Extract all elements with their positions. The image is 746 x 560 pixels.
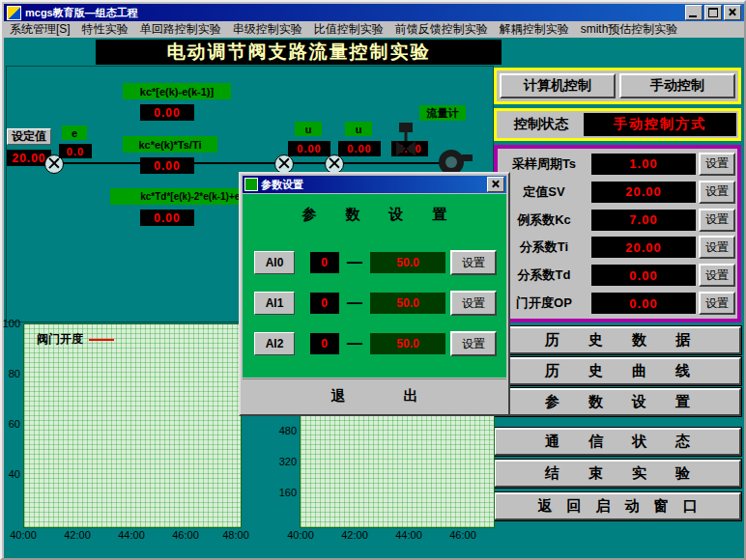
u1-value: 0.00 (288, 141, 330, 156)
y-tick: 80 (2, 368, 20, 379)
parameter-panel: 采样周期Ts 1.00 设置 定值SV 20.00 设置 例系数Kc 7.00 … (494, 145, 741, 322)
dialog-set-button[interactable]: 设置 (450, 250, 497, 275)
param-row: 分系数Ti 20.00 设置 (500, 235, 735, 260)
ai-high-value: 50.0 (370, 293, 445, 314)
title-bar[interactable]: mcgs教育版—组态工程 (4, 4, 744, 21)
menu-item-smith[interactable]: smith预估控制实验 (575, 20, 684, 39)
x-tick: 40:00 (284, 529, 317, 541)
dialog-set-button[interactable]: 设置 (450, 331, 497, 356)
ai-low-value: 0 (310, 293, 339, 314)
x-tick: 46:00 (446, 529, 479, 541)
y-tick: 480 (275, 425, 297, 436)
param-set-button[interactable]: 设置 (699, 209, 735, 232)
window-title: mcgs教育版—组态工程 (25, 6, 683, 20)
flowmeter-label: 流量计 (419, 105, 466, 121)
param-set-button[interactable]: 设置 (699, 292, 735, 315)
param-settings-button[interactable]: 参 数 设 置 (494, 388, 741, 416)
param-row: 门开度OP 0.00 设置 (500, 291, 735, 316)
d-term-value: 0.00 (140, 210, 194, 226)
menu-item-system[interactable]: 系统管理[S] (4, 20, 76, 39)
i-term-value: 0.00 (140, 157, 194, 174)
ai-low-value: 0 (310, 252, 339, 273)
ai-range-dash: — (347, 335, 362, 352)
ai-row: AI2 0 — 50.0 设置 (254, 331, 497, 356)
x-tick: 40:00 (7, 529, 40, 541)
legend-label: 阀门开度 (37, 331, 83, 348)
param-set-button[interactable]: 设置 (699, 236, 735, 259)
dialog-header: 参 数 设 置 (243, 206, 506, 224)
param-value: 7.00 (591, 210, 696, 231)
ai-row: AI0 0 — 50.0 设置 (254, 250, 497, 275)
ai-row: AI1 0 — 50.0 设置 (254, 291, 497, 316)
control-status-box: 控制状态 手动控制方式 (494, 108, 741, 141)
ai-label: AI2 (254, 332, 295, 355)
app-icon (7, 6, 21, 20)
param-value: 20.00 (591, 182, 696, 203)
end-experiment-button[interactable]: 结 束 实 验 (494, 460, 741, 488)
page-title: 电动调节阀支路流量控制实验 (96, 40, 502, 65)
ai-low-value: 0 (310, 333, 339, 354)
ai-high-value: 50.0 (370, 333, 445, 354)
pipe-line (25, 162, 448, 164)
menu-item-single-loop[interactable]: 单回路控制实验 (134, 20, 227, 39)
x-tick: 44:00 (115, 529, 148, 541)
menu-item-feedforward[interactable]: 前馈反馈控制实验 (389, 20, 494, 39)
menu-item-ratio[interactable]: 比值控制实验 (308, 20, 389, 39)
computer-control-button[interactable]: 计算机控制 (500, 73, 616, 98)
return-start-window-button[interactable]: 返 回 启 动 窗 口 (494, 492, 741, 520)
dialog-icon (244, 178, 258, 191)
chart-legend: 阀门开度 (37, 331, 114, 348)
error-block: e (62, 126, 87, 140)
x-tick: 42:00 (338, 529, 371, 541)
control-status-label: 控制状态 (499, 113, 584, 136)
dialog-set-button[interactable]: 设置 (450, 291, 497, 316)
param-set-button[interactable]: 设置 (699, 181, 735, 204)
dialog-body: 参 数 设 置 AI0 0 — 50.0 设置 AI1 0 — 50.0 设置 … (243, 194, 506, 378)
close-button[interactable] (724, 5, 741, 20)
param-label: 定值SV (500, 183, 588, 201)
x-tick: 46:00 (169, 529, 202, 541)
param-value: 0.00 (591, 293, 696, 314)
x-tick: 48:00 (219, 529, 252, 541)
x-tick: 44:00 (392, 529, 425, 541)
ai-label: AI1 (254, 292, 295, 315)
y-tick: 160 (275, 487, 297, 498)
sum-junction-3 (325, 154, 344, 174)
dialog-title: 参数设置 (258, 178, 485, 192)
valve-icon (394, 122, 417, 164)
u2-block: u (345, 122, 372, 136)
error-value: 0.0 (59, 144, 92, 158)
minimize-button[interactable] (685, 5, 703, 20)
ai-high-value: 50.0 (370, 252, 445, 273)
param-row: 例系数Kc 7.00 设置 (500, 208, 735, 233)
dialog-exit-button[interactable]: 退 出 (243, 378, 506, 412)
param-label: 分系数Td (500, 266, 588, 284)
menu-item-decoupling[interactable]: 解耦控制实验 (494, 20, 575, 39)
param-set-button[interactable]: 设置 (699, 153, 735, 176)
dialog-title-bar[interactable]: 参数设置 (243, 176, 506, 193)
param-value: 0.00 (591, 265, 696, 286)
maximize-button[interactable] (704, 5, 722, 20)
sum-junction-2 (274, 154, 294, 174)
param-set-button[interactable]: 设置 (699, 264, 735, 287)
comm-status-button[interactable]: 通 信 状 态 (494, 428, 741, 456)
y-tick: 320 (275, 456, 297, 467)
manual-control-button[interactable]: 手动控制 (619, 73, 735, 98)
application-window: mcgs教育版—组态工程 系统管理[S] 特性实验 单回路控制实验 串级控制实验… (0, 0, 746, 560)
p-term-block: kc*[e(k)-e(k-1)] (123, 83, 231, 99)
y-tick: 60 (2, 418, 20, 430)
menu-item-characteristic[interactable]: 特性实验 (76, 20, 134, 39)
history-data-button[interactable]: 历 史 数 据 (494, 326, 741, 354)
control-status-value: 手动控制方式 (584, 113, 736, 136)
u2-value: 0.00 (338, 141, 381, 156)
param-label: 门开度OP (500, 294, 588, 312)
u1-block: u (295, 122, 322, 136)
history-curve-button[interactable]: 历 史 曲 线 (494, 357, 741, 385)
dialog-close-button[interactable] (487, 177, 504, 192)
ai-label: AI0 (254, 251, 295, 274)
menu-item-cascade[interactable]: 串级控制实验 (227, 20, 308, 39)
param-label: 分系数Ti (500, 238, 588, 256)
param-value: 20.00 (591, 237, 696, 258)
y-tick: 40 (2, 468, 20, 480)
control-mode-box: 计算机控制 手动控制 (494, 68, 741, 104)
